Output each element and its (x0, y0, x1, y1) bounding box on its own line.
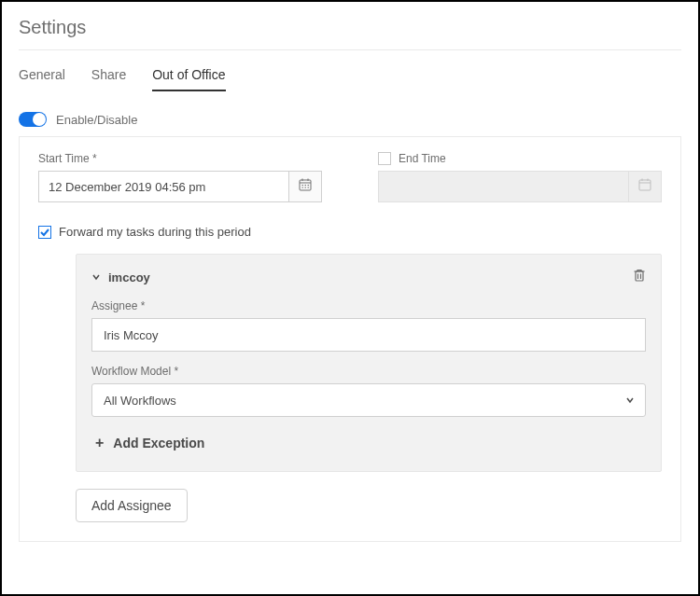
start-time-input[interactable] (38, 171, 288, 202)
svg-rect-14 (636, 271, 643, 281)
assignee-card: imccoy Assignee * Work (76, 254, 662, 472)
calendar-icon (298, 177, 313, 196)
tab-share[interactable]: Share (91, 63, 126, 91)
workflow-model-value: All Workflows (104, 394, 176, 408)
add-assignee-button[interactable]: Add Assignee (76, 489, 188, 522)
divider (19, 49, 681, 50)
enable-toggle[interactable] (19, 112, 47, 127)
assignee-input[interactable] (91, 318, 646, 352)
start-time-label: Start Time * (38, 152, 322, 165)
tabs: General Share Out of Office (19, 63, 681, 91)
workflow-model-label: Workflow Model * (91, 365, 646, 378)
chevron-down-icon (91, 269, 101, 285)
assignee-card-toggle[interactable]: imccoy (91, 269, 150, 285)
assignee-user-id: imccoy (108, 270, 150, 284)
svg-rect-10 (639, 180, 651, 190)
calendar-icon (637, 177, 652, 196)
plus-icon: + (95, 436, 104, 450)
forward-tasks-label: Forward my tasks during this period (59, 225, 251, 239)
forward-tasks-checkbox[interactable] (38, 226, 51, 239)
tab-general[interactable]: General (19, 63, 65, 91)
tab-out-of-office[interactable]: Out of Office (152, 63, 225, 91)
out-of-office-panel: Start Time * (19, 136, 681, 542)
page-title: Settings (19, 17, 681, 38)
add-exception-button[interactable]: + Add Exception (91, 430, 646, 456)
start-time-calendar-button[interactable] (288, 171, 322, 202)
add-assignee-label: Add Assignee (91, 498, 172, 513)
trash-icon (633, 270, 646, 285)
end-time-label: End Time (399, 152, 446, 165)
workflow-model-select[interactable]: All Workflows (91, 383, 646, 417)
add-exception-label: Add Exception (113, 436, 204, 450)
delete-assignee-button[interactable] (633, 268, 646, 286)
enable-toggle-label: Enable/Disable (56, 113, 137, 127)
assignee-field-label: Assignee * (91, 299, 646, 312)
end-time-input (378, 171, 628, 202)
end-time-calendar-button (628, 171, 662, 202)
end-time-checkbox[interactable] (378, 152, 391, 165)
